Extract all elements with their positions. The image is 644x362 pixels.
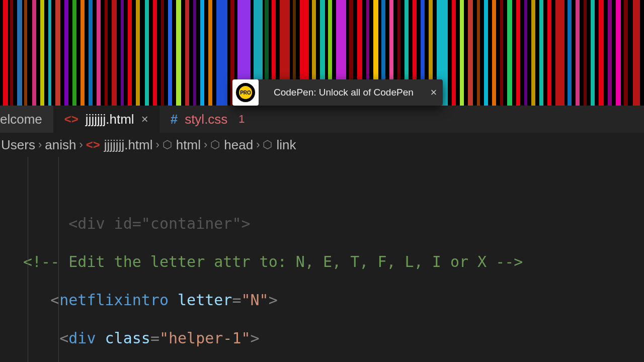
svg-rect-26 [200,0,204,106]
svg-rect-27 [208,0,212,106]
svg-rect-68 [576,0,580,106]
svg-rect-28 [216,0,227,106]
svg-rect-73 [616,0,621,106]
svg-rect-17 [128,0,132,106]
code-editor[interactable]: <div id="container"> <!-- Edit the lette… [0,157,644,362]
tab-label: jjjjjjj.html [86,112,134,127]
symbol-icon: ⬡ [263,138,272,151]
breadcrumb-segment[interactable]: <> jjjjjjj.html [86,137,153,153]
breadcrumb-segment[interactable]: Users [1,137,35,153]
svg-rect-2 [10,0,13,106]
breadcrumb-segment[interactable]: ⬡ html [163,137,201,153]
svg-rect-19 [145,0,149,106]
svg-rect-22 [168,0,172,106]
svg-rect-10 [72,0,76,106]
svg-rect-8 [55,0,60,106]
code-file-icon: <> [86,138,100,152]
svg-rect-11 [80,0,85,106]
svg-rect-75 [633,0,640,106]
svg-rect-6 [40,0,44,106]
code-attr: letter [178,291,232,309]
pro-badge-icon: PRO [232,79,259,106]
code-string: "N" [242,291,269,309]
svg-rect-23 [176,0,181,106]
svg-rect-20 [153,0,157,106]
code-text: Edit the letter attr to: N, E, T, F, L, … [68,253,523,270]
chevron-right-icon: › [256,138,260,151]
pro-badge-text: PRO [236,83,255,102]
svg-rect-15 [112,0,117,106]
notification-toast[interactable]: PRO CodePen: Unlock all of CodePen × [232,79,443,106]
svg-rect-21 [161,0,164,106]
breadcrumb-segment[interactable]: anish [45,137,76,153]
svg-rect-70 [591,0,595,106]
svg-rect-24 [185,0,189,106]
chevron-right-icon: › [79,138,83,151]
breadcrumb-label: html [176,137,201,153]
svg-rect-72 [608,0,612,106]
tab-welcome[interactable]: elcome [0,106,53,133]
svg-rect-55 [468,0,473,106]
tab-css-file[interactable]: # styl.css 1 [159,106,263,133]
chevron-right-icon: › [156,138,159,151]
tab-label: elcome [0,112,42,127]
breadcrumb-segment[interactable]: ⬡ link [263,137,296,153]
breadcrumb-label: jjjjjjj.html [104,137,153,153]
svg-rect-53 [452,0,456,106]
svg-rect-13 [97,0,101,106]
svg-rect-59 [500,0,503,106]
svg-rect-1 [3,0,8,106]
code-tag: div [68,329,96,347]
svg-rect-65 [547,0,551,106]
svg-rect-58 [492,0,496,106]
svg-rect-60 [507,0,512,106]
code-file-icon: <> [64,112,78,126]
close-icon[interactable]: × [141,112,148,126]
chevron-right-icon: › [38,138,42,151]
breadcrumb: Users › anish › <> jjjjjjj.html › ⬡ html… [0,133,644,157]
svg-rect-56 [477,0,480,106]
problems-count: 1 [238,113,252,126]
close-icon[interactable]: × [428,86,440,99]
svg-rect-7 [48,0,51,106]
svg-rect-14 [105,0,108,106]
svg-rect-5 [32,0,36,106]
tab-html-file[interactable]: <> jjjjjjj.html × [53,106,159,133]
svg-rect-67 [568,0,572,106]
svg-rect-61 [516,0,520,106]
svg-rect-62 [524,0,527,106]
code-attr: class [105,329,150,347]
svg-rect-9 [64,0,68,106]
svg-rect-12 [89,0,93,106]
notification-text: CodePen: Unlock all of CodePen [259,87,428,98]
chevron-right-icon: › [204,138,207,151]
svg-rect-63 [531,0,535,106]
svg-rect-16 [121,0,124,106]
svg-rect-64 [539,0,543,106]
symbol-icon: ⬡ [163,138,172,151]
code-text: <!-- [23,253,68,270]
svg-rect-71 [599,0,604,106]
svg-rect-54 [460,0,464,106]
breadcrumb-segment[interactable]: ⬡ head [210,137,253,153]
tab-label: styl.css [185,112,227,127]
svg-rect-69 [584,0,587,106]
tab-bar: elcome <> jjjjjjj.html × # styl.css 1 [0,106,644,133]
svg-rect-25 [193,0,196,106]
svg-rect-18 [136,0,140,106]
svg-rect-57 [484,0,488,106]
hash-file-icon: # [171,112,178,127]
breadcrumb-label: head [224,137,253,153]
code-tag: netflixintro [59,291,169,309]
svg-rect-74 [624,0,628,106]
symbol-icon: ⬡ [210,138,220,151]
svg-rect-66 [555,0,565,106]
svg-rect-3 [17,0,22,106]
svg-rect-4 [24,0,27,106]
code-string: "helper-1" [159,329,251,347]
breadcrumb-label: link [276,137,296,153]
